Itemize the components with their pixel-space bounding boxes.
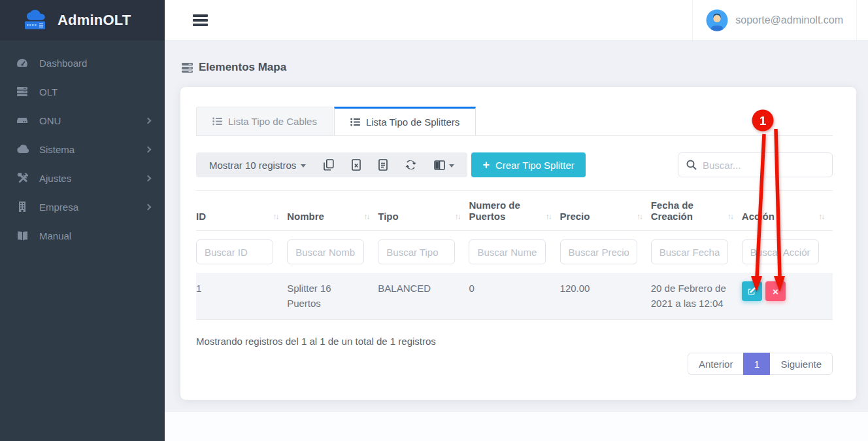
- page-title-text: Elementos Mapa: [199, 61, 286, 74]
- length-menu-label: Mostrar 10 registros: [209, 160, 296, 171]
- server-icon: [181, 62, 193, 73]
- cell-id: 1: [196, 273, 287, 320]
- building-icon: [16, 201, 29, 213]
- column-header-id[interactable]: ID↑↓: [196, 191, 287, 231]
- sidebar-item-label: Sistema: [39, 144, 146, 155]
- cell-acciones: ×: [742, 273, 833, 320]
- filter-tipo-input[interactable]: [378, 239, 455, 264]
- delete-button[interactable]: ×: [765, 281, 786, 301]
- column-header-tipo[interactable]: Tipo↑↓: [378, 191, 469, 231]
- table-row: 1 Splitter 16 Puertos BALANCED 0 120.00 …: [196, 273, 833, 320]
- column-label: Acción: [742, 211, 775, 222]
- column-label: Precio: [560, 211, 590, 222]
- close-icon: ×: [773, 286, 778, 297]
- sidebar-item-label: Empresa: [39, 202, 146, 213]
- sidebar-item-label: Dashboard: [39, 58, 150, 69]
- tab-label: Lista Tipo de Cables: [228, 116, 317, 127]
- sort-icon[interactable]: ↑↓: [637, 212, 642, 222]
- sidebar-item-label: Manual: [39, 230, 150, 241]
- search-input[interactable]: [703, 160, 833, 171]
- column-header-precio[interactable]: Precio↑↓: [560, 191, 651, 231]
- content-area: Elementos Mapa Lista Tipo de Cables List…: [165, 41, 868, 441]
- cell-fecha-de-creacion: 20 de Febrero de 2021 a las 12:04: [651, 273, 742, 320]
- copy-icon[interactable]: [324, 159, 334, 171]
- sidebar-item-manual[interactable]: Manual: [0, 221, 165, 250]
- file-icon[interactable]: [378, 159, 388, 171]
- excel-icon[interactable]: [352, 159, 361, 171]
- column-label: Nombre: [287, 211, 324, 222]
- cell-nombre: Splitter 16 Puertos: [287, 273, 378, 320]
- list-icon: [350, 118, 360, 126]
- sort-icon[interactable]: ↑↓: [363, 212, 369, 222]
- sort-icon[interactable]: ↑↓: [546, 212, 551, 222]
- filter-accion-input[interactable]: [742, 239, 819, 264]
- cell-numero-de-puertos: 0: [469, 273, 559, 320]
- sort-icon[interactable]: ↑↓: [273, 212, 278, 222]
- filter-precio-input[interactable]: [560, 239, 637, 264]
- main-card: Lista Tipo de Cables Lista Tipo de Split…: [180, 87, 856, 400]
- columns-icon[interactable]: [434, 160, 454, 170]
- sidebar-item-dashboard[interactable]: Dashboard: [0, 48, 165, 77]
- table-info: Mostrando registros del 1 al 1 de un tot…: [196, 336, 833, 347]
- column-header-fecha-de-creacion[interactable]: Fecha de Creación↑↓: [651, 191, 742, 231]
- edit-icon: [747, 287, 756, 296]
- sidebar-item-sistema[interactable]: Sistema: [0, 135, 165, 164]
- gauge-icon: [16, 57, 29, 69]
- chevron-right-icon: [145, 117, 152, 124]
- book-icon: [16, 230, 29, 241]
- sidebar-item-empresa[interactable]: Empresa: [0, 192, 165, 221]
- pagination-previous-button[interactable]: Anterior: [688, 353, 744, 375]
- tab-lista-tipo-de-cables[interactable]: Lista Tipo de Cables: [196, 107, 333, 135]
- page-title: Elementos Mapa: [181, 61, 286, 74]
- table-header-row: ID↑↓ Nombre↑↓ Tipo↑↓ Numero de Puertos↑↓…: [196, 191, 833, 231]
- column-header-numero-de-puertos[interactable]: Numero de Puertos↑↓: [469, 191, 559, 231]
- server-icon: [16, 86, 29, 97]
- caret-down-icon: [449, 164, 454, 168]
- tab-label: Lista Tipo de Splitters: [366, 116, 459, 128]
- tools-group: Mostrar 10 registros: [196, 152, 467, 177]
- sidebar-item-olt[interactable]: OLT: [0, 77, 165, 106]
- cloud-icon: [16, 143, 29, 155]
- refresh-icon[interactable]: [405, 160, 416, 170]
- tabs: Lista Tipo de Cables Lista Tipo de Split…: [196, 107, 833, 136]
- create-splitter-label: Crear Tipo Splitter: [495, 160, 575, 171]
- table-search: [678, 152, 833, 177]
- user-menu[interactable]: soporte@adminolt.com: [692, 0, 857, 40]
- brand[interactable]: AdminOLT: [0, 0, 165, 41]
- sidebar: AdminOLT Dashboard OLT ONU Sistema: [0, 0, 165, 441]
- device-icon: [16, 115, 29, 126]
- filter-numero-input[interactable]: [469, 239, 546, 264]
- brand-name: AdminOLT: [58, 12, 131, 29]
- menu-toggle-icon[interactable]: [193, 12, 208, 28]
- sort-icon[interactable]: ↑↓: [727, 212, 733, 222]
- chevron-right-icon: [145, 203, 152, 210]
- sidebar-item-ajustes[interactable]: Ajustes: [0, 164, 165, 192]
- length-menu-dropdown[interactable]: Mostrar 10 registros: [209, 160, 306, 171]
- sort-icon[interactable]: ↑↓: [454, 212, 459, 222]
- pagination-next-button[interactable]: Siguiente: [770, 353, 833, 375]
- sidebar-item-label: ONU: [39, 115, 146, 126]
- chevron-right-icon: [145, 146, 152, 152]
- sort-icon[interactable]: ↑↓: [818, 212, 824, 222]
- filter-fecha-input[interactable]: [651, 239, 728, 264]
- avatar: [706, 9, 728, 31]
- sidebar-item-onu[interactable]: ONU: [0, 106, 165, 135]
- column-label: Numero de Puertos: [469, 200, 521, 222]
- sidebar-item-label: Ajustes: [39, 173, 146, 184]
- tab-lista-tipo-de-splitters[interactable]: Lista Tipo de Splitters: [334, 107, 476, 135]
- table-toolbar: Mostrar 10 registros: [196, 152, 833, 177]
- create-splitter-button[interactable]: + Crear Tipo Splitter: [471, 152, 585, 177]
- chevron-right-icon: [145, 175, 152, 181]
- cloud-switch-logo-icon: [22, 10, 51, 31]
- column-header-nombre[interactable]: Nombre↑↓: [287, 191, 378, 231]
- column-header-accion[interactable]: Acción↑↓: [742, 191, 833, 231]
- top-header: soporte@adminolt.com: [165, 0, 868, 41]
- tools-icon: [16, 172, 29, 184]
- pagination-page-1-button[interactable]: 1: [743, 353, 770, 375]
- edit-button[interactable]: [742, 281, 762, 301]
- plus-icon: +: [482, 159, 490, 171]
- filter-nombre-input[interactable]: [287, 239, 364, 264]
- search-icon: [686, 160, 697, 170]
- filter-id-input[interactable]: [196, 239, 273, 264]
- pagination: Anterior 1 Siguiente: [196, 353, 833, 375]
